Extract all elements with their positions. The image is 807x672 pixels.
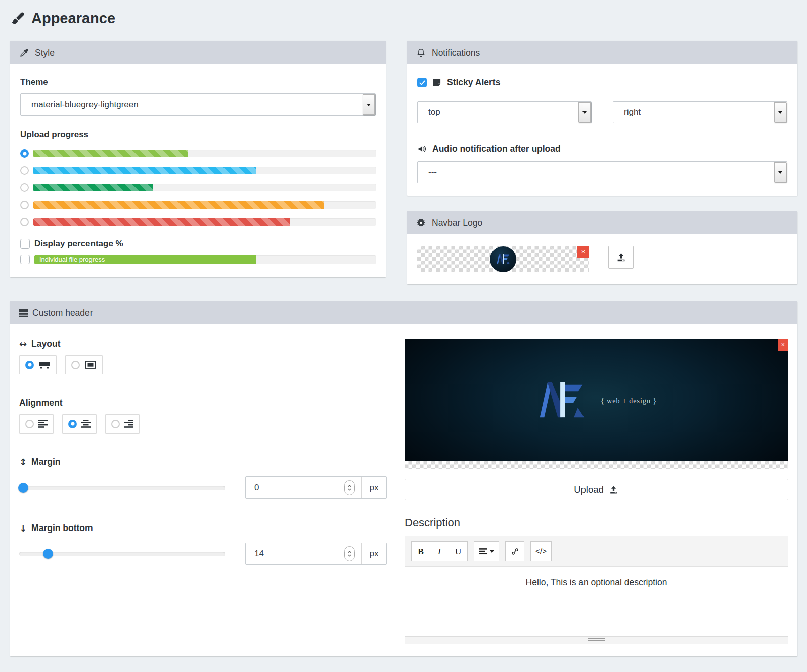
margin-number-input[interactable]: 0 [246, 477, 361, 498]
description-text: Hello, This is an optional description [526, 577, 667, 587]
description-toolbar: B I U </> [405, 536, 788, 567]
appearance-page: Appearance Style Theme material-bluegrey… [0, 0, 807, 656]
remove-header-image-button[interactable]: × [778, 339, 788, 351]
individual-progress-fill: Individual file progress [34, 255, 256, 264]
alert-horizontal-position-select[interactable]: right [613, 101, 787, 123]
editor-resize-bar[interactable] [405, 636, 788, 644]
margin-bottom-input-group: 14 px [245, 543, 387, 565]
custom-header-panel: Custom header ↔ Layout [10, 301, 797, 656]
notifications-panel: Notifications Sticky Alerts top [407, 41, 797, 196]
chevron-up-icon [347, 551, 352, 553]
custom-header-panel-body: ↔ Layout Alignment [10, 324, 797, 656]
margin-bottom-spinner[interactable] [344, 546, 355, 561]
nf-logo-icon [536, 380, 588, 419]
alignment-option-right[interactable] [105, 414, 140, 434]
margin-slider[interactable] [19, 482, 225, 493]
individual-progress-track: Individual file progress [34, 255, 376, 264]
alignment-option-left[interactable] [19, 414, 54, 434]
bold-button[interactable]: B [411, 541, 430, 561]
sticky-alerts-checkbox[interactable] [417, 78, 427, 87]
progress-option-lightblue [20, 166, 376, 175]
align-left-radio[interactable] [25, 420, 34, 428]
display-percentage-checkbox[interactable] [20, 239, 30, 249]
underline-button[interactable]: U [449, 541, 468, 561]
alignment-option-center[interactable] [62, 414, 97, 434]
caret-down-icon [778, 171, 782, 174]
page-title: Appearance [31, 10, 115, 27]
margin-bottom-slider-thumb[interactable] [43, 549, 53, 559]
theme-select[interactable]: material-bluegrey-lightgreen [20, 93, 376, 116]
progress-color-radio-lightgreen[interactable] [20, 149, 29, 158]
progress-color-radio-red[interactable] [20, 218, 29, 226]
upload-header-image-button[interactable]: Upload [405, 479, 788, 500]
left-right-arrow-icon: ↔ [19, 340, 27, 349]
link-icon [511, 547, 519, 556]
theme-select-arrow-button[interactable] [363, 94, 375, 115]
progress-option-lightgreen [20, 149, 376, 158]
sticky-alerts-label: Sticky Alerts [447, 77, 500, 88]
audio-notification-select[interactable]: --- [417, 161, 787, 183]
align-center-radio[interactable] [68, 420, 77, 428]
notifications-panel-header: Notifications [407, 41, 797, 64]
description-editor: B I U </> Hello, [405, 536, 788, 644]
margin-spinner[interactable] [344, 480, 355, 495]
margin-label-row: ↕ Margin [19, 457, 405, 467]
margin-value: 0 [254, 483, 340, 493]
individual-progress-label: Individual file progress [34, 255, 256, 264]
margin-bottom-slider[interactable] [19, 548, 225, 559]
upload-icon [608, 485, 619, 495]
header-image: { web + design } [405, 339, 788, 461]
alert-horizontal-position-value: right [624, 107, 641, 117]
layout-fullwidth-radio[interactable] [25, 361, 34, 369]
progress-bar-fill [33, 218, 290, 226]
alert-vertical-position-select[interactable]: top [417, 101, 592, 123]
eyedropper-icon [19, 47, 29, 58]
link-button[interactable] [505, 541, 524, 561]
navbar-logo-thumbnail: × [417, 246, 589, 272]
progress-bar-track [33, 167, 376, 174]
progress-bar-fill [33, 201, 324, 209]
select-arrow-button[interactable] [578, 102, 591, 122]
audio-notification-value: --- [428, 167, 437, 177]
layout-option-boxed[interactable] [65, 355, 103, 374]
navbar-logo-panel: Navbar Logo × [407, 211, 797, 284]
custom-header-panel-header: Custom header [10, 301, 797, 324]
up-down-arrow-icon: ↕ [19, 458, 27, 467]
progress-bar-fill [33, 150, 188, 157]
code-view-button[interactable]: </> [530, 541, 552, 561]
upload-navbar-logo-button[interactable] [608, 246, 634, 269]
paragraph-align-dropdown-button[interactable] [474, 541, 499, 561]
margin-bottom-number-input[interactable]: 14 [246, 543, 361, 564]
right-column: Notifications Sticky Alerts top [407, 41, 797, 284]
progress-color-radio-green[interactable] [20, 183, 29, 192]
top-panels: Style Theme material-bluegrey-lightgreen… [10, 41, 797, 284]
margin-bottom-label: Margin bottom [31, 523, 93, 534]
alert-position-row: top right [417, 101, 787, 123]
progress-option-red [20, 218, 376, 226]
align-center-icon [81, 420, 91, 428]
progress-option-orange [20, 201, 376, 209]
progress-bar-track [33, 201, 376, 209]
individual-progress-checkbox[interactable] [20, 255, 30, 264]
layout-boxed-radio[interactable] [71, 361, 80, 369]
layout-options [19, 355, 405, 374]
margin-input-group: 0 px [245, 476, 387, 499]
upload-button-label: Upload [574, 484, 604, 495]
progress-color-radio-orange[interactable] [20, 201, 29, 209]
description-textarea[interactable]: Hello, This is an optional description [405, 567, 788, 636]
select-arrow-button[interactable] [774, 102, 786, 122]
display-percentage-row: Display percentage % [20, 238, 376, 249]
bell-icon [416, 47, 426, 58]
paintbrush-icon [10, 11, 25, 26]
header-image-tagline: { web + design } [601, 394, 657, 405]
select-arrow-button[interactable] [774, 162, 786, 182]
progress-bar-track [33, 218, 376, 226]
progress-color-radio-lightblue[interactable] [20, 166, 29, 175]
italic-button[interactable]: I [430, 541, 449, 561]
remove-navbar-logo-button[interactable]: × [577, 246, 589, 258]
margin-slider-thumb[interactable] [18, 483, 28, 493]
align-right-radio[interactable] [111, 420, 120, 428]
layout-option-fullwidth[interactable] [19, 355, 57, 374]
align-right-icon [124, 420, 133, 428]
margin-bottom-row: 14 px [19, 543, 405, 565]
